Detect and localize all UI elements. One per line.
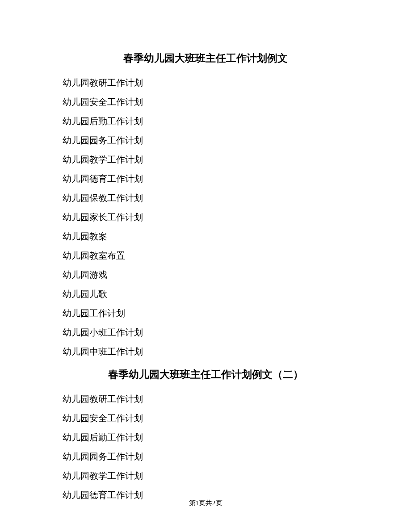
list-item: 幼儿园安全工作计划 (63, 409, 348, 428)
list-item: 幼儿园教研工作计划 (63, 390, 348, 409)
list-item: 幼儿园教案 (63, 227, 348, 246)
list-item: 幼儿园教研工作计划 (63, 73, 348, 92)
list-item: 幼儿园后勤工作计划 (63, 428, 348, 447)
list-item: 幼儿园园务工作计划 (63, 131, 348, 150)
section-2-title: 春季幼儿园大班班主任工作计划例文（二） (63, 368, 348, 381)
list-item: 幼儿园教室布置 (63, 246, 348, 265)
list-item: 幼儿园中班工作计划 (63, 342, 348, 361)
list-item: 幼儿园园务工作计划 (63, 447, 348, 466)
list-item: 幼儿园游戏 (63, 265, 348, 285)
section-2-list: 幼儿园教研工作计划 幼儿园安全工作计划 幼儿园后勤工作计划 幼儿园园务工作计划 … (63, 390, 348, 505)
list-item: 幼儿园安全工作计划 (63, 92, 348, 112)
section-1-list: 幼儿园教研工作计划 幼儿园安全工作计划 幼儿园后勤工作计划 幼儿园园务工作计划 … (63, 73, 348, 361)
list-item: 幼儿园教学工作计划 (63, 150, 348, 169)
page-footer: 第1页共2页 (0, 499, 411, 507)
list-item: 幼儿园小班工作计划 (63, 323, 348, 342)
section-1-title: 春季幼儿园大班班主任工作计划例文 (63, 51, 348, 65)
list-item: 幼儿园后勤工作计划 (63, 112, 348, 131)
list-item: 幼儿园家长工作计划 (63, 208, 348, 227)
list-item: 幼儿园儿歌 (63, 285, 348, 304)
list-item: 幼儿园教学工作计划 (63, 466, 348, 486)
list-item: 幼儿园保教工作计划 (63, 189, 348, 208)
document-page: 春季幼儿园大班班主任工作计划例文 幼儿园教研工作计划 幼儿园安全工作计划 幼儿园… (0, 0, 411, 505)
list-item: 幼儿园工作计划 (63, 304, 348, 323)
list-item: 幼儿园德育工作计划 (63, 169, 348, 189)
